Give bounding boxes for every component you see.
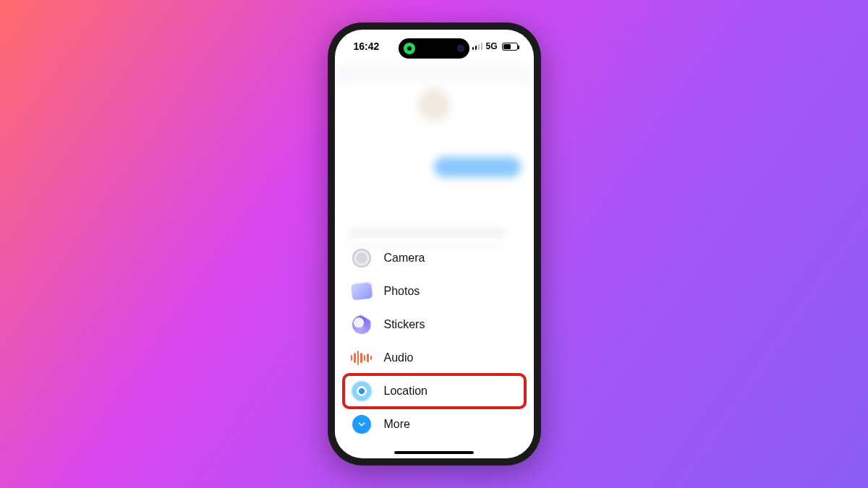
menu-item-photos[interactable]: Photos <box>346 275 522 308</box>
menu-item-stickers[interactable]: Stickers <box>346 308 522 341</box>
dynamic-island <box>399 38 469 59</box>
status-time: 16:42 <box>354 40 380 52</box>
menu-label: Stickers <box>384 318 425 331</box>
phone-screen: 16:42 5G ‹ Camera Photos <box>335 30 534 458</box>
activity-indicator-icon <box>404 43 415 54</box>
menu-label: Photos <box>384 285 420 298</box>
menu-item-more[interactable]: More <box>346 408 522 441</box>
menu-item-location[interactable]: Location <box>346 374 522 408</box>
attachment-menu: Camera Photos Stickers Audio Location <box>335 239 534 448</box>
camera-icon <box>351 247 373 269</box>
photos-icon <box>351 281 373 302</box>
audio-waveform-icon <box>351 347 373 369</box>
battery-icon <box>502 43 518 51</box>
front-camera-icon <box>457 45 464 52</box>
menu-label: More <box>384 418 410 431</box>
home-indicator[interactable] <box>394 451 474 454</box>
stickers-icon <box>351 314 373 335</box>
cellular-signal-icon <box>472 43 483 50</box>
menu-label: Audio <box>384 351 414 364</box>
menu-item-audio[interactable]: Audio <box>346 341 522 374</box>
phone-frame: 16:42 5G ‹ Camera Photos <box>328 22 541 466</box>
menu-label: Location <box>384 385 428 398</box>
menu-label: Camera <box>384 252 425 265</box>
menu-item-camera[interactable]: Camera <box>346 241 522 275</box>
network-label: 5G <box>485 41 497 51</box>
location-icon <box>351 380 373 402</box>
more-chevron-down-icon <box>351 414 373 435</box>
